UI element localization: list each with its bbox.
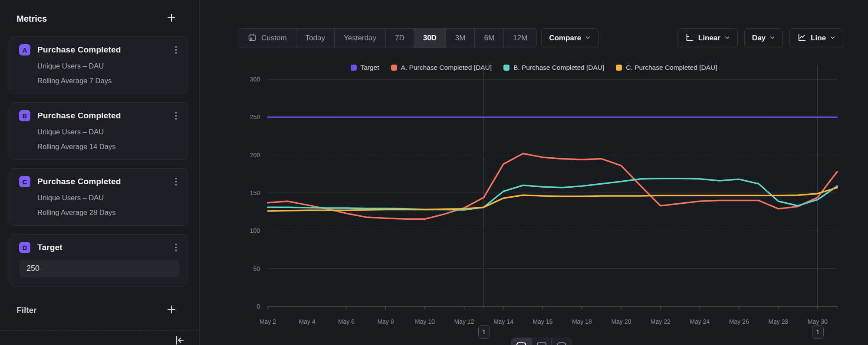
toolbar-right-group: Linear Day Line [677, 28, 843, 48]
target-title: Target [37, 243, 173, 252]
view-mode-table-button[interactable] [531, 338, 552, 345]
range-tab-label: 3M [455, 34, 466, 42]
line-chart-icon [797, 33, 807, 44]
chart-view-icon [516, 342, 526, 345]
metric-title: Purchase Completed [37, 177, 173, 186]
target-value-input[interactable] [19, 260, 179, 277]
legend-swatch [616, 65, 622, 71]
range-tab-label: 12M [513, 34, 527, 42]
legend-swatch [503, 65, 510, 71]
legend-swatch [351, 65, 357, 71]
range-tab-custom[interactable]: Custom [238, 29, 296, 48]
range-tab-label: Today [306, 34, 325, 42]
range-tab-yesterday[interactable]: Yesterday [334, 29, 385, 48]
chart-panel: Custom Today Yesterday 7D 30D 3M 6M 12M … [200, 0, 868, 345]
metric-rolling-average: Rolling Average 7 Days [37, 77, 179, 85]
scale-dropdown[interactable]: Linear [677, 28, 738, 48]
metrics-sidebar: Metrics A Purchase Completed Unique User… [0, 0, 200, 345]
metric-measure: Unique Users – DAU [37, 194, 179, 202]
chart-type-label: Line [811, 34, 826, 42]
range-tab-today[interactable]: Today [296, 29, 334, 48]
plus-icon [167, 13, 176, 24]
metric-badge-c: C [19, 176, 30, 187]
collapse-sidebar-button[interactable] [173, 334, 185, 345]
legend-item-c[interactable]: C. Purchase Completed [DAU] [616, 64, 717, 72]
split-view-icon [556, 342, 567, 345]
toolbar-left-group: Custom Today Yesterday 7D 30D 3M 6M 12M … [238, 28, 598, 48]
plus-icon [167, 305, 176, 316]
target-card-title-row: D Target [19, 242, 179, 253]
range-tab-30d[interactable]: 30D [414, 29, 446, 48]
range-tab-3m[interactable]: 3M [446, 29, 475, 48]
metric-card-b-title-row: B Purchase Completed [19, 110, 179, 121]
kebab-menu-icon[interactable] [173, 176, 180, 187]
chevron-down-icon [724, 34, 730, 42]
chart-toolbar: Custom Today Yesterday 7D 30D 3M 6M 12M … [238, 28, 843, 48]
target-card[interactable]: D Target [10, 234, 187, 286]
legend-label: Target [361, 64, 379, 72]
add-metric-button[interactable] [166, 13, 177, 24]
metric-card-c[interactable]: C Purchase Completed Unique Users – DAU … [10, 168, 187, 226]
range-tab-12m[interactable]: 12M [503, 29, 536, 48]
legend-label: C. Purchase Completed [DAU] [626, 64, 717, 72]
legend-item-target[interactable]: Target [351, 64, 379, 72]
range-tab-7d[interactable]: 7D [385, 29, 414, 48]
legend-label: A. Purchase Completed [DAU] [401, 64, 492, 72]
compare-label: Compare [549, 34, 581, 42]
kebab-menu-icon[interactable] [173, 44, 180, 55]
scale-label: Linear [698, 34, 720, 42]
range-tab-label: Yesterday [344, 34, 376, 42]
linear-axis-icon [685, 33, 694, 44]
metric-card-b[interactable]: B Purchase Completed Unique Users – DAU … [10, 102, 187, 160]
compare-button[interactable]: Compare [541, 28, 598, 48]
metric-badge-d: D [19, 242, 30, 253]
add-filter-button[interactable] [166, 305, 177, 316]
collapse-left-icon [173, 340, 185, 345]
annotation-badge[interactable]: 1 [478, 325, 490, 339]
chevron-down-icon [585, 34, 591, 42]
legend-label: B. Purchase Completed [DAU] [513, 64, 604, 72]
metric-rolling-average: Rolling Average 14 Days [37, 143, 179, 151]
metric-title: Purchase Completed [37, 45, 173, 55]
range-tab-label: 30D [423, 34, 437, 42]
filter-title: Filter [16, 306, 36, 315]
range-tab-6m[interactable]: 6M [474, 29, 503, 48]
calendar-icon [247, 33, 257, 44]
legend-item-a[interactable]: A. Purchase Completed [DAU] [391, 64, 492, 72]
metric-rolling-average: Rolling Average 28 Days [37, 208, 179, 217]
kebab-menu-icon[interactable] [173, 110, 180, 121]
metric-badge-a: A [19, 44, 30, 55]
chevron-down-icon [769, 34, 775, 42]
chart-type-dropdown[interactable]: Line [789, 28, 843, 48]
annotation-badge[interactable]: 1 [812, 325, 824, 339]
chevron-down-icon [830, 34, 835, 42]
filter-header: Filter [16, 305, 177, 316]
table-view-icon [536, 342, 547, 345]
metrics-title: Metrics [16, 14, 47, 24]
legend-swatch [391, 65, 397, 71]
range-tab-label: 6M [484, 34, 494, 42]
metric-card-a[interactable]: A Purchase Completed Unique Users – DAU … [10, 36, 187, 94]
metric-measure: Unique Users – DAU [37, 62, 179, 70]
sidebar-divider [0, 330, 199, 331]
range-tab-label: Custom [261, 34, 287, 42]
metric-card-a-title-row: A Purchase Completed [19, 44, 179, 55]
date-range-control: Custom Today Yesterday 7D 30D 3M 6M 12M [238, 28, 537, 48]
chart-legend: Target A. Purchase Completed [DAU] B. Pu… [200, 64, 868, 72]
metrics-header: Metrics [16, 13, 177, 24]
kebab-menu-icon[interactable] [173, 242, 180, 253]
metric-measure: Unique Users – DAU [37, 128, 179, 136]
legend-item-b[interactable]: B. Purchase Completed [DAU] [503, 64, 604, 72]
interval-dropdown[interactable]: Day [744, 28, 783, 48]
view-mode-chart-button[interactable] [511, 338, 531, 345]
view-mode-both-button[interactable] [551, 338, 572, 345]
metric-card-c-title-row: C Purchase Completed [19, 176, 179, 187]
view-mode-toggle [511, 338, 572, 345]
interval-label: Day [752, 34, 766, 42]
metric-title: Purchase Completed [37, 111, 173, 120]
metric-badge-b: B [19, 110, 30, 121]
range-tab-label: 7D [395, 34, 404, 42]
